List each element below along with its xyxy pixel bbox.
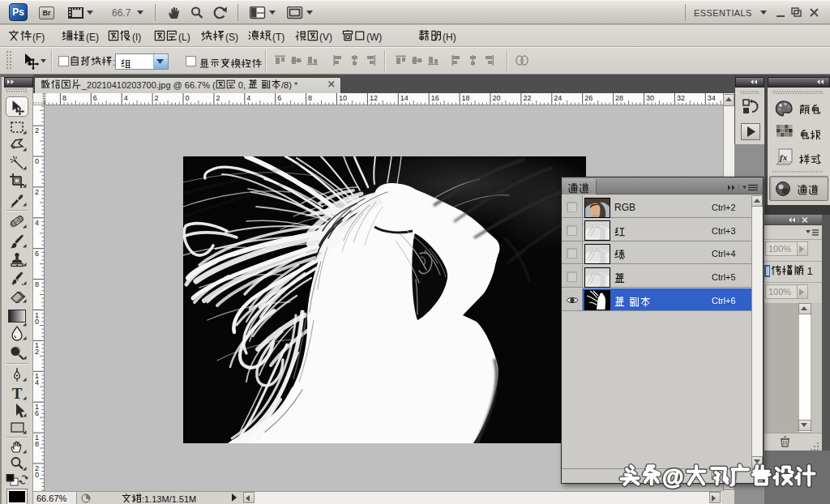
svg-text:20: 20 <box>493 94 501 102</box>
svg-text:34: 34 <box>708 94 716 102</box>
svg-text:0: 0 <box>35 471 39 479</box>
svg-text:2: 2 <box>216 94 220 102</box>
svg-text:2: 2 <box>35 348 39 356</box>
svg-text:8: 8 <box>35 280 39 288</box>
svg-text:26: 26 <box>584 94 593 102</box>
svg-text:16: 16 <box>431 94 439 102</box>
svg-text:10: 10 <box>339 94 347 102</box>
svg-text:4: 4 <box>246 94 250 102</box>
svg-text:0: 0 <box>35 157 39 165</box>
svg-text:18: 18 <box>462 94 470 102</box>
svg-text:14: 14 <box>400 94 409 102</box>
svg-text:8: 8 <box>62 94 66 102</box>
svg-text:30: 30 <box>646 94 654 102</box>
svg-text:6: 6 <box>35 409 39 417</box>
svg-text:0: 0 <box>35 318 39 326</box>
svg-text:28: 28 <box>615 94 623 102</box>
svg-text:4: 4 <box>124 94 128 102</box>
svg-text:24: 24 <box>554 94 562 102</box>
svg-text:4: 4 <box>35 219 39 227</box>
svg-text:4: 4 <box>35 378 39 387</box>
svg-text:8: 8 <box>35 440 39 448</box>
svg-text:2: 2 <box>35 126 39 135</box>
svg-text:fx: fx <box>780 152 788 162</box>
svg-text:2: 2 <box>35 188 39 196</box>
svg-text:6: 6 <box>277 94 281 102</box>
svg-text:@: @ <box>662 465 683 489</box>
svg-text:6: 6 <box>93 94 97 102</box>
svg-text:8: 8 <box>308 94 312 102</box>
svg-text:22: 22 <box>523 94 531 102</box>
svg-text:12: 12 <box>370 94 378 102</box>
svg-text:T: T <box>12 385 23 401</box>
svg-text:0: 0 <box>186 94 190 102</box>
svg-text:2: 2 <box>155 94 159 102</box>
svg-text:32: 32 <box>677 94 685 102</box>
svg-text:6: 6 <box>35 250 39 258</box>
